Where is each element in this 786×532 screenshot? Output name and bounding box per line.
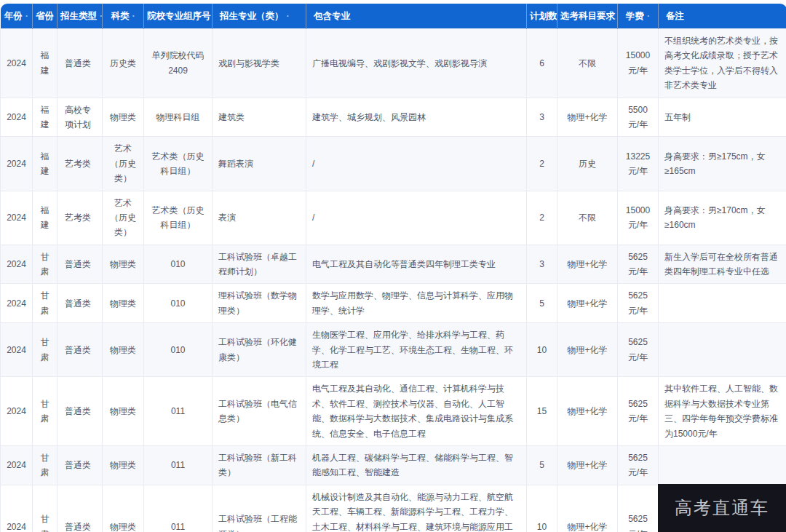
cell-subject-category: 艺术（历史类） [103, 191, 144, 245]
column-header-subject-category[interactable]: 科类 [103, 4, 144, 29]
table-row: 2024 福建 艺考类 艺术（历史类） 艺术类（历史科目组） 舞蹈表演 / 2 … [1, 137, 786, 191]
cell-subject-category: 物理类 [103, 485, 144, 532]
sort-indicator-icon [100, 11, 103, 21]
column-header-group-no[interactable]: 院校专业组序号 [144, 4, 213, 29]
column-header-label: 招生专业（类） [220, 11, 284, 21]
table-row: 2024 甘肃 普通类 物理类 010 工科试验班（环化健康类） 生物医学工程、… [1, 323, 786, 377]
cell-included-majors: 广播电视编导、戏剧影视文学、戏剧影视导演 [306, 29, 527, 98]
column-header-label: 年份 [4, 11, 23, 21]
cell-year: 2024 [1, 191, 33, 245]
table-row: 2024 甘肃 普通类 物理类 010 理科试验班（数学物理类） 数学与应用数学… [1, 284, 786, 323]
cell-plan-count: 5 [527, 445, 557, 485]
cell-major: 建筑类 [213, 98, 306, 137]
cell-tuition: 5625 元/年 [618, 245, 659, 284]
cell-year: 2024 [1, 29, 33, 98]
column-header-subject-requirement[interactable]: 选考科目要求 [557, 4, 618, 29]
sort-indicator-icon [132, 11, 135, 21]
watermark: 高考直通车 [658, 484, 786, 532]
table-row: 2024 福建 高校专项计划 物理类 物理科目组 建筑类 建筑学、城乡规划、风景… [1, 98, 786, 137]
cell-plan-count: 3 [527, 98, 557, 137]
table-row: 2024 福建 普通类 历史类 单列院校代码 2409 戏剧与影视学类 广播电视… [1, 29, 786, 98]
column-header-year[interactable]: 年份 [1, 4, 33, 29]
table-row: 2024 甘肃 普通类 物理类 011 工科试验班（电气信息类） 电气工程及其自… [1, 377, 786, 446]
cell-plan-count: 5 [527, 284, 557, 323]
column-header-label: 院校专业组序号 [147, 11, 211, 21]
cell-subject-category: 物理类 [103, 323, 144, 377]
cell-admission-type: 艺考类 [57, 137, 103, 191]
cell-province: 福建 [33, 98, 57, 137]
cell-included-majors: 建筑学、城乡规划、风景园林 [306, 98, 527, 137]
cell-tuition: 15000 元/年 [618, 29, 659, 98]
cell-remark: 身高要求：男≥175cm，女≥165cm [659, 137, 786, 191]
cell-subject-requirement: 物理+化学 [557, 377, 618, 446]
cell-plan-count: 6 [527, 29, 557, 98]
cell-tuition: 15000 元/年 [618, 191, 659, 245]
cell-major: 理科试验班（数学物理类） [213, 284, 306, 323]
cell-admission-type: 普通类 [57, 485, 103, 532]
column-header-major[interactable]: 招生专业（类） [213, 4, 306, 29]
table-row: 2024 福建 艺考类 艺术（历史类） 艺术类（历史科目组） 表演 / 2 不限… [1, 191, 786, 245]
cell-subject-category: 物理类 [103, 284, 144, 323]
column-header-included-majors[interactable]: 包含专业 [306, 4, 527, 29]
cell-subject-requirement: 不限 [557, 29, 618, 98]
cell-included-majors: 数学与应用数学、物理学、信息与计算科学、应用物理学、统计学 [306, 284, 527, 323]
cell-plan-count: 2 [527, 191, 557, 245]
column-header-remark[interactable]: 备注 [659, 4, 786, 29]
column-header-label: 招生类型 [60, 11, 97, 21]
cell-subject-category: 历史类 [103, 29, 144, 98]
cell-subject-category: 物理类 [103, 98, 144, 137]
cell-year: 2024 [1, 284, 33, 323]
cell-province: 甘肃 [33, 284, 57, 323]
cell-remark: 身高要求：男≥170cm，女≥160cm [659, 191, 786, 245]
cell-included-majors: 机器人工程、碳储科学与工程、储能科学与工程、智能感知工程、智能建造 [306, 445, 527, 485]
cell-subject-requirement: 不限 [557, 191, 618, 245]
cell-year: 2024 [1, 98, 33, 137]
column-header-label: 选考科目要求 [560, 11, 615, 21]
column-header-label: 包含专业 [314, 11, 350, 21]
cell-included-majors: / [306, 191, 527, 245]
table-body: 2024 福建 普通类 历史类 单列院校代码 2409 戏剧与影视学类 广播电视… [1, 29, 786, 532]
cell-subject-requirement: 物理+化学 [557, 485, 618, 532]
cell-year: 2024 [1, 377, 33, 446]
cell-province: 福建 [33, 137, 57, 191]
cell-major: 工科试验班（卓越工程师计划） [213, 245, 306, 284]
cell-plan-count: 10 [527, 485, 557, 532]
cell-plan-count: 10 [527, 323, 557, 377]
column-header-label: 计划数 [530, 11, 557, 21]
cell-admission-type: 高校专项计划 [57, 98, 103, 137]
cell-remark [659, 284, 786, 323]
cell-remark: 五年制 [659, 98, 786, 137]
cell-tuition: 5625 元/年 [618, 284, 659, 323]
cell-major: 表演 [213, 191, 306, 245]
table-row: 2024 甘肃 普通类 物理类 011 工科试验班（新工科类） 机器人工程、碳储… [1, 445, 786, 485]
cell-group-no: 011 [144, 377, 213, 446]
cell-tuition: 5625 元/年 [618, 323, 659, 377]
column-header-tuition[interactable]: 学费 [618, 4, 659, 29]
cell-group-no: 单列院校代码 2409 [144, 29, 213, 98]
cell-admission-type: 普通类 [57, 377, 103, 446]
column-header-province[interactable]: 省份 [33, 4, 57, 29]
column-header-plan-count[interactable]: 计划数 [527, 4, 557, 29]
sort-indicator-icon [25, 11, 28, 21]
cell-major: 工科试验班（电气信息类） [213, 377, 306, 446]
admission-plan-table: 年份 省份 招生类型 科类 院校专业组序号 招生专业（类） 包含专业 计划数 选… [0, 4, 786, 532]
cell-subject-requirement: 物理+化学 [557, 445, 618, 485]
cell-included-majors: 生物医学工程、应用化学、给排水科学与工程、药学、化学工程与工艺、环境生态工程、生… [306, 323, 527, 377]
column-header-label: 科类 [111, 11, 129, 21]
watermark-text: 高考直通车 [675, 496, 769, 520]
column-header-admission-type[interactable]: 招生类型 [57, 4, 103, 29]
cell-province: 甘肃 [33, 323, 57, 377]
cell-major: 工科试验班（工程能源类） [213, 485, 306, 532]
cell-plan-count: 2 [527, 137, 557, 191]
cell-group-no: 艺术类（历史科目组） [144, 137, 213, 191]
cell-group-no: 011 [144, 445, 213, 485]
cell-province: 甘肃 [33, 485, 57, 532]
cell-subject-requirement: 物理+化学 [557, 245, 618, 284]
cell-subject-category: 物理类 [103, 445, 144, 485]
column-header-label: 学费 [626, 11, 644, 21]
cell-group-no: 011 [144, 485, 213, 532]
cell-group-no: 010 [144, 284, 213, 323]
cell-subject-requirement: 物理+化学 [557, 284, 618, 323]
sort-indicator-icon [287, 11, 290, 21]
cell-included-majors: / [306, 137, 527, 191]
